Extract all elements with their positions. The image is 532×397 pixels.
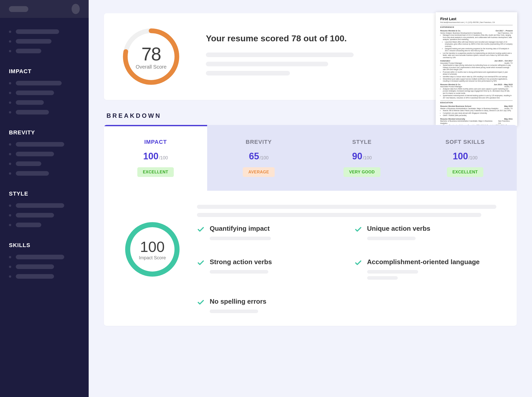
tab-score: 65/100 (249, 151, 269, 162)
nav-heading-skills: SKILLS (9, 242, 80, 249)
check-title: No spelling errors (210, 298, 339, 305)
tab-badge: VERY GOOD (343, 167, 380, 177)
check-item[interactable]: Unique action verbs (354, 225, 497, 243)
impact-detail: 100 Impact Score Quantifying impactUniqu… (104, 191, 517, 326)
nav-section-skills: SKILLS (9, 242, 80, 279)
overall-score-ring: 78 Overall Score (122, 27, 180, 86)
placeholder-line (206, 71, 290, 75)
tab-style[interactable]: STYLE90/100VERY GOOD (310, 125, 414, 191)
resume-preview-thumbnail[interactable]: First Last first.last@resumeworded.com |… (436, 12, 517, 126)
nav-item[interactable] (9, 110, 80, 114)
logo-placeholder (9, 6, 28, 12)
nav-heading-brevity: BREVITY (9, 129, 80, 136)
resume-contact: first.last@resumeworded.com | +1 (123) 4… (440, 21, 513, 24)
check-icon (197, 299, 205, 307)
sidebar-header (0, 0, 89, 18)
nav-heading-impact: IMPACT (9, 68, 80, 75)
check-title: Unique action verbs (367, 225, 497, 233)
placeholder-line (367, 237, 416, 240)
nav-item[interactable] (9, 39, 80, 44)
placeholder-line (206, 53, 354, 57)
nav-item[interactable] (9, 152, 80, 156)
nav-item[interactable] (9, 264, 80, 269)
placeholder-line (197, 205, 496, 209)
breakdown-tabs: IMPACT100/100EXCELLENTBREVITY65/100AVERA… (104, 125, 517, 191)
nav-item[interactable] (9, 203, 80, 208)
tab-score: 90/100 (352, 151, 372, 162)
nav-heading-style: STYLE (9, 190, 80, 197)
tab-label: IMPACT (144, 139, 167, 145)
check-icon (354, 259, 362, 268)
placeholder-line (367, 276, 398, 280)
check-title: Quantifying impact (210, 225, 339, 233)
check-title: Accomplishment-oriented language (367, 258, 497, 266)
check-title: Strong action verbs (210, 258, 339, 266)
breakdown-card: IMPACT100/100EXCELLENTBREVITY65/100AVERA… (104, 125, 517, 326)
nav-item[interactable] (9, 81, 80, 85)
nav-item[interactable] (9, 91, 80, 95)
check-icon (197, 259, 205, 268)
tab-label: SOFT SKILLS (446, 139, 485, 145)
placeholder-line (210, 270, 268, 274)
tab-score: 100/100 (453, 151, 477, 162)
impact-score-value: 100 (140, 238, 165, 255)
tab-brevity[interactable]: BREVITY65/100AVERAGE (207, 125, 310, 191)
placeholder-line (210, 237, 271, 240)
impact-score-label: Impact Score (139, 255, 166, 261)
placeholder-line (206, 62, 328, 66)
tab-label: STYLE (352, 139, 372, 145)
impact-detail-body: Quantifying impactUnique action verbsStr… (197, 205, 496, 316)
sidebar-body: IMPACT BREVITY STYLE SKILLS (0, 18, 89, 293)
nav-item[interactable] (9, 255, 80, 259)
impact-score-ring: 100 Impact Score (124, 221, 180, 277)
nav-item[interactable] (9, 100, 80, 105)
sidebar: IMPACT BREVITY STYLE SKILLS (0, 0, 89, 397)
nav-item[interactable] (9, 161, 80, 166)
tab-badge: AVERAGE (243, 167, 275, 177)
impact-checks: Quantifying impactUnique action verbsStr… (197, 225, 496, 316)
check-item[interactable]: No spelling errors (197, 298, 339, 316)
overall-score-label: Overall Score (136, 64, 166, 70)
nav-section-top (9, 29, 80, 53)
check-icon (197, 226, 205, 234)
check-item[interactable]: Quantifying impact (197, 225, 339, 243)
tab-label: BREVITY (246, 139, 272, 145)
placeholder-line (367, 270, 418, 274)
nav-section-impact: IMPACT (9, 68, 80, 114)
nav-item[interactable] (9, 142, 80, 147)
placeholder-line (197, 213, 481, 217)
resume-name: First Last (440, 17, 513, 21)
tab-soft-skills[interactable]: SOFT SKILLS100/100EXCELLENT (414, 125, 517, 191)
tab-badge: EXCELLENT (447, 167, 484, 177)
nav-item[interactable] (9, 223, 80, 227)
check-icon (354, 226, 362, 234)
nav-section-style: STYLE (9, 190, 80, 227)
main-content: 78 Overall Score Your resume scored 78 o… (89, 0, 532, 397)
overall-score-value: 78 (141, 44, 161, 65)
check-item[interactable]: Strong action verbs (197, 258, 339, 282)
nav-item[interactable] (9, 29, 80, 34)
placeholder-line (210, 310, 258, 313)
nav-item[interactable] (9, 274, 80, 279)
nav-item[interactable] (9, 171, 80, 176)
avatar[interactable] (72, 4, 80, 14)
tab-badge: EXCELLENT (137, 167, 174, 177)
nav-item[interactable] (9, 213, 80, 217)
check-item[interactable]: Accomplishment-oriented language (354, 258, 497, 282)
nav-section-brevity: BREVITY (9, 129, 80, 176)
nav-item[interactable] (9, 49, 80, 53)
tab-score: 100/100 (143, 151, 168, 162)
tab-impact[interactable]: IMPACT100/100EXCELLENT (104, 125, 207, 191)
